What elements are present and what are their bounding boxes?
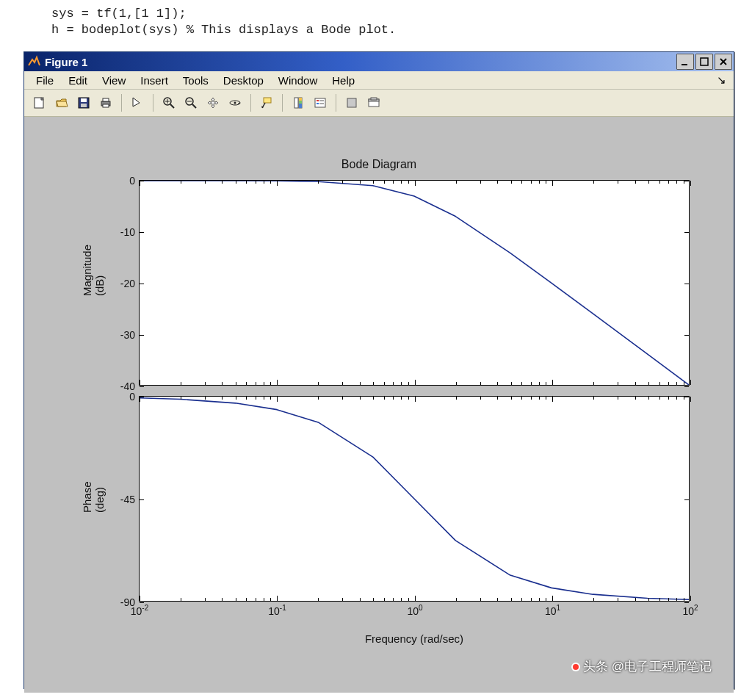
svg-rect-32 xyxy=(371,98,377,100)
svg-rect-21 xyxy=(299,98,302,101)
hide-tools-button[interactable] xyxy=(341,93,362,113)
print-button[interactable] xyxy=(95,93,116,113)
svg-rect-5 xyxy=(81,104,87,107)
code-line: h = bodeplot(sys) % This displays a Bode… xyxy=(51,23,396,37)
zoom-out-button[interactable] xyxy=(181,93,201,113)
menu-window[interactable]: Window xyxy=(271,73,325,88)
plot-canvas[interactable]: Bode Diagram 0-10-20-30-40 Magnitude (dB… xyxy=(24,117,734,693)
save-button[interactable] xyxy=(73,93,94,113)
edit-plot-button[interactable] xyxy=(127,93,148,113)
insert-colorbar-button[interactable] xyxy=(288,93,308,113)
svg-rect-18 xyxy=(264,98,271,103)
svg-rect-22 xyxy=(299,101,302,104)
code-block: sys = tf(1,[1 1]); h = bodeplot(sys) % T… xyxy=(0,6,752,38)
menu-help[interactable]: Help xyxy=(325,73,362,88)
data-cursor-button[interactable] xyxy=(256,93,277,113)
ytick-label: 0 xyxy=(129,391,140,403)
phase-curve xyxy=(140,397,689,601)
minimize-button[interactable] xyxy=(676,54,694,70)
xlabel: Frequency (rad/sec) xyxy=(139,632,690,645)
close-button[interactable] xyxy=(715,54,732,70)
ylabel-magnitude: Magnitude (dB) xyxy=(81,281,106,296)
xtick-label: 102 xyxy=(682,601,698,617)
svg-rect-1 xyxy=(701,58,708,65)
ytick-label: -30 xyxy=(120,329,140,341)
pan-button[interactable] xyxy=(203,93,223,113)
watermark: 头条 @电子工程师笔记 xyxy=(573,658,712,675)
chart-title: Bode Diagram xyxy=(42,158,716,171)
xtick-label: 10-2 xyxy=(131,601,148,617)
svg-rect-26 xyxy=(317,103,319,104)
ytick-label: -20 xyxy=(120,278,140,289)
xtick-label: 101 xyxy=(545,601,560,617)
ylabel-phase: Phase (deg) xyxy=(81,498,106,513)
watermark-text: 头条 @电子工程师笔记 xyxy=(583,658,712,675)
axes-phase[interactable]: 0-45-9010-210-1100101102 xyxy=(139,396,690,602)
insert-legend-button[interactable] xyxy=(310,93,330,113)
menu-desktop[interactable]: Desktop xyxy=(216,73,271,88)
xtick-label: 10-1 xyxy=(268,601,286,617)
svg-rect-7 xyxy=(103,98,109,101)
svg-line-10 xyxy=(170,104,174,108)
ytick-label: -45 xyxy=(120,494,140,505)
xtick-label: 100 xyxy=(407,601,422,617)
new-figure-button[interactable] xyxy=(29,93,50,113)
zoom-in-button[interactable] xyxy=(159,93,179,113)
svg-rect-19 xyxy=(294,98,298,108)
svg-rect-23 xyxy=(299,104,302,108)
menu-edit[interactable]: Edit xyxy=(61,73,95,88)
svg-rect-8 xyxy=(103,104,109,107)
matlab-icon xyxy=(27,55,40,68)
open-button[interactable] xyxy=(51,93,72,113)
window-title: Figure 1 xyxy=(45,56,676,68)
svg-rect-4 xyxy=(81,98,87,102)
rotate-3d-button[interactable] xyxy=(225,93,245,113)
magnitude-curve xyxy=(140,181,689,385)
svg-rect-25 xyxy=(317,100,319,101)
svg-line-14 xyxy=(192,104,196,108)
titlebar[interactable]: Figure 1 xyxy=(24,52,734,71)
ytick-label: -10 xyxy=(120,226,140,238)
ytick-label: 0 xyxy=(129,175,140,187)
figure-window: Figure 1 File Edit View Insert Tools Des… xyxy=(24,51,734,689)
menu-tools[interactable]: Tools xyxy=(176,73,216,88)
menu-file[interactable]: File xyxy=(29,73,61,88)
menu-insert[interactable]: Insert xyxy=(133,73,176,88)
show-tools-button[interactable] xyxy=(364,93,384,113)
svg-rect-29 xyxy=(347,98,356,107)
toolbar xyxy=(24,90,734,117)
svg-point-17 xyxy=(234,102,236,104)
menubar: File Edit View Insert Tools Desktop Wind… xyxy=(24,71,734,90)
maximize-button[interactable] xyxy=(695,54,713,70)
dock-corner-icon[interactable]: ↘ xyxy=(717,73,729,87)
svg-rect-0 xyxy=(682,64,687,65)
axes-magnitude[interactable]: 0-10-20-30-40 xyxy=(139,180,690,386)
menu-view[interactable]: View xyxy=(95,73,133,88)
code-line: sys = tf(1,[1 1]); xyxy=(51,7,187,21)
